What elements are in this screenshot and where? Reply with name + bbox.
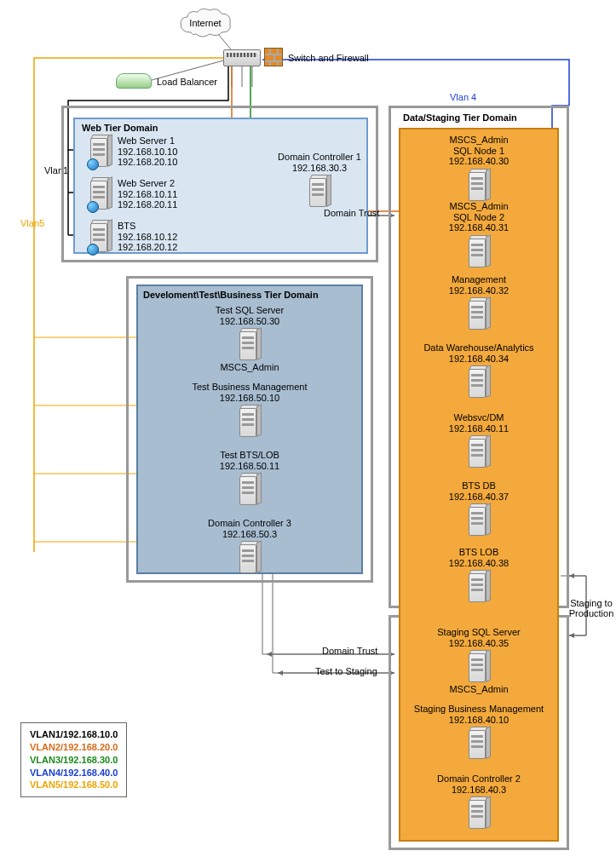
server-icon	[467, 727, 491, 761]
server-sup: MSCS_Admin	[409, 201, 549, 212]
server-icon	[467, 435, 491, 469]
server-icon	[238, 541, 262, 575]
server-ip: 192.168.40.32	[409, 285, 549, 296]
server-sublabel: MSCS_Admin	[177, 362, 322, 373]
sql-node-2: MSCS_Admin SQL Node 2 192.168.40.31	[409, 201, 549, 269]
staging-business-management: Staging Business Management 192.168.40.1…	[399, 704, 559, 761]
management-server: Management 192.168.40.32	[409, 274, 549, 331]
server-name: Domain Controller 2	[409, 773, 549, 785]
server-ip: 192.168.40.11	[409, 423, 549, 434]
server-ip: 192.168.40.10	[399, 715, 559, 726]
web-bts: BTS 192.168.10.12 192.168.20.12	[89, 220, 199, 254]
legend-row: VLAN3/192.168.30.0	[30, 754, 118, 767]
test-business-management: Test Business Management 192.168.50.10	[169, 382, 331, 439]
server-icon	[467, 169, 491, 203]
firewall-icon	[264, 48, 283, 66]
server-name: BTS	[118, 221, 177, 232]
server-icon	[467, 297, 491, 331]
server-icon	[467, 365, 491, 400]
vlan4-label: Vlan 4	[450, 92, 476, 102]
server-name: Test Business Management	[169, 382, 331, 393]
legend-row: VLAN4/192.168.40.0	[30, 767, 118, 779]
server-ip: 192.168.50.11	[186, 461, 314, 472]
server-icon	[89, 177, 112, 211]
server-ip: 192.168.30.3	[273, 163, 366, 174]
data-warehouse-server: Data Warehouse/Analytics 192.168.40.34	[404, 342, 554, 400]
load-balancer-icon	[116, 73, 152, 89]
diagram-canvas: Internet Switch and Firewall Load Balanc…	[7, 7, 609, 861]
server-icon	[238, 405, 262, 439]
domain-trust-bottom-label: Domain Trust	[322, 646, 377, 656]
server-ip: 192.168.40.31	[409, 222, 549, 233]
server-ip: 192.168.50.30	[177, 316, 322, 327]
server-ip: 192.168.40.37	[409, 491, 549, 503]
web-tier-title: Web Tier Domain	[82, 123, 158, 133]
web-server-1: Web Server 1 192.168.10.10 192.168.20.10	[89, 135, 199, 169]
internet-label: Internet	[184, 18, 227, 28]
server-name: Web Server 2	[118, 178, 177, 189]
staging-sql-server: Staging SQL Server 192.168.40.35 MSCS_Ad…	[409, 627, 549, 695]
server-icon	[308, 175, 331, 209]
server-name: Test BTS/LOB	[186, 450, 314, 461]
load-balancer-label: Load Balancer	[157, 77, 217, 87]
vlan5-label: Vlan5	[20, 218, 44, 228]
bts-lob-server: BTS LOB 192.168.40.38	[409, 547, 549, 604]
bts-db-server: BTS DB 192.168.40.37	[409, 480, 549, 537]
server-ip: 192.168.10.12	[118, 232, 177, 243]
server-ip: 192.168.10.11	[118, 189, 177, 200]
server-name: Management	[409, 274, 549, 285]
dev-tier-title: Develoment\Test\Business Tier Domain	[143, 290, 319, 300]
server-icon	[238, 328, 262, 362]
web-server-2: Web Server 2 192.168.10.11 192.168.20.11	[89, 177, 199, 211]
vlan-legend: VLAN1/192.168.10.0 VLAN2/192.168.20.0 VL…	[20, 722, 127, 797]
test-sql-server: Test SQL Server 192.168.50.30 MSCS_Admin	[177, 305, 322, 373]
server-icon	[467, 570, 491, 604]
server-name: Staging SQL Server	[409, 627, 549, 638]
server-ip: 192.168.20.12	[118, 242, 177, 253]
server-name: BTS LOB	[409, 547, 549, 558]
server-ip: 192.168.40.35	[409, 638, 549, 649]
domain-controller-3: Domain Controller 3 192.168.50.3	[177, 518, 322, 575]
server-ip: 192.168.40.34	[404, 354, 554, 365]
server-icon	[238, 473, 262, 507]
test-to-staging-label: Test to Staging	[315, 666, 377, 676]
server-icon	[89, 220, 112, 254]
server-icon	[467, 796, 491, 831]
domain-controller-1: Domain Controller 1 192.168.30.3	[273, 152, 366, 209]
server-sup: MSCS_Admin	[409, 135, 549, 146]
test-bts-lob: Test BTS/LOB 192.168.50.11	[186, 450, 314, 507]
websvc-dm-server: Websvc/DM 192.168.40.11	[409, 412, 549, 469]
server-ip: 192.168.20.11	[118, 199, 177, 210]
data-tier-title: Data/Staging Tier Domain	[403, 112, 517, 123]
server-ip: 192.168.50.3	[177, 529, 322, 540]
server-ip: 192.168.50.10	[169, 393, 331, 404]
server-name: SQL Node 1	[409, 146, 549, 157]
server-icon	[467, 650, 491, 684]
server-name: BTS DB	[409, 480, 549, 491]
server-ip: 192.168.10.10	[118, 147, 177, 158]
server-ip: 192.168.40.3	[409, 785, 549, 796]
legend-row: VLAN5/192.168.50.0	[30, 779, 118, 791]
switch-icon	[223, 49, 261, 66]
server-name: Domain Controller 3	[177, 518, 322, 529]
globe-icon	[87, 244, 99, 256]
server-ip: 192.168.20.10	[118, 157, 177, 168]
server-name: SQL Node 2	[409, 212, 549, 223]
server-name: Staging Business Management	[399, 704, 559, 715]
staging-to-production-label: Staging to Production	[566, 598, 616, 618]
server-ip: 192.168.40.30	[409, 156, 549, 167]
server-name: Web Server 1	[118, 135, 177, 147]
globe-icon	[87, 201, 99, 213]
server-sublabel: MSCS_Admin	[409, 684, 549, 695]
legend-row: VLAN2/192.168.20.0	[30, 741, 118, 754]
sql-node-1: MSCS_Admin SQL Node 1 192.168.40.30	[409, 135, 549, 203]
server-icon	[467, 503, 491, 537]
server-name: Data Warehouse/Analytics	[404, 342, 554, 354]
domain-controller-2: Domain Controller 2 192.168.40.3	[409, 773, 549, 831]
server-name: Websvc/DM	[409, 412, 549, 423]
switch-firewall-label: Switch and Firewall	[288, 53, 369, 63]
server-name: Test SQL Server	[177, 305, 322, 316]
server-icon	[467, 235, 491, 269]
server-ip: 192.168.40.38	[409, 558, 549, 569]
server-name: Domain Controller 1	[273, 152, 366, 163]
